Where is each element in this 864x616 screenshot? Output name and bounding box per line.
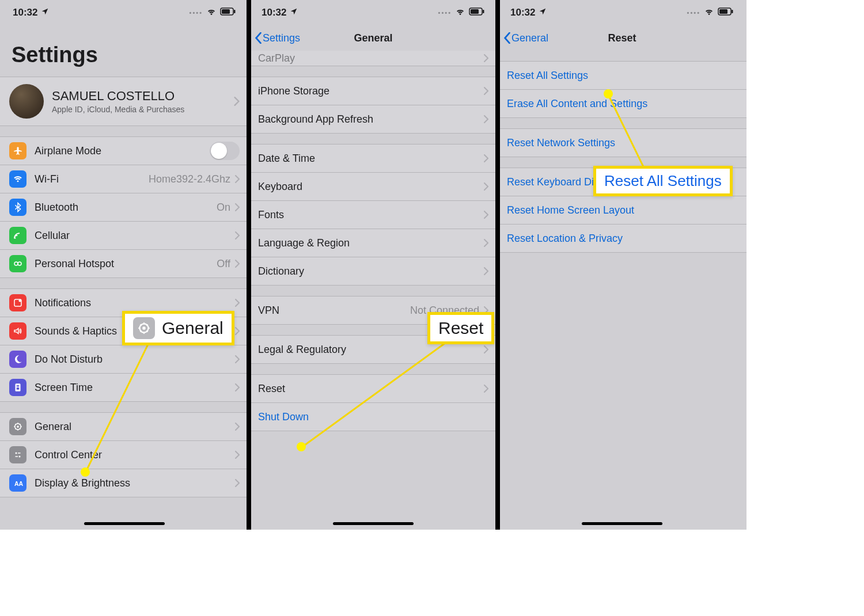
chevron-right-icon [484, 345, 488, 353]
airplane-toggle[interactable] [210, 142, 240, 160]
row-label: Control Center [35, 449, 235, 461]
row-label: Display & Brightness [35, 477, 235, 489]
row-screentime[interactable]: Screen Time [0, 373, 249, 401]
nav-bar: General Reset [498, 25, 746, 51]
profile-subtitle: Apple ID, iCloud, Media & Purchases [52, 105, 184, 114]
row-reset-location[interactable]: Reset Location & Privacy [498, 224, 746, 252]
chevron-right-icon [235, 327, 240, 335]
display-icon: AA [9, 474, 26, 492]
row-dnd[interactable]: Do Not Disturb [0, 345, 249, 373]
apple-id-row[interactable]: SAMUEL COSTELLO Apple ID, iCloud, Media … [0, 77, 249, 126]
notifications-icon [9, 294, 26, 311]
page-title: Settings [0, 25, 249, 77]
row-display[interactable]: AA Display & Brightness [0, 469, 249, 497]
home-indicator[interactable] [333, 522, 414, 525]
row-label: Reset All Settings [507, 70, 737, 82]
row-reset[interactable]: Reset [249, 375, 498, 402]
location-icon [41, 7, 49, 18]
row-value: Home392-2.4Ghz [149, 173, 230, 185]
row-language[interactable]: Language & Region [249, 229, 498, 257]
chevron-right-icon [234, 97, 240, 106]
chevron-right-icon [235, 231, 240, 239]
row-value: Off [217, 258, 230, 270]
row-erase-all[interactable]: Erase All Content and Settings [498, 89, 746, 117]
back-button[interactable]: General [503, 32, 548, 44]
row-airplane-mode[interactable]: Airplane Mode [0, 137, 249, 165]
svg-text:AA: AA [14, 480, 23, 487]
row-control-center[interactable]: Control Center [0, 440, 249, 469]
row-wifi[interactable]: Wi-Fi Home392-2.4Ghz [0, 165, 249, 193]
row-keyboard[interactable]: Keyboard [249, 172, 498, 200]
chevron-right-icon [484, 239, 488, 247]
svg-point-6 [19, 299, 22, 302]
row-value: On [217, 201, 230, 214]
status-time: 10:32 [262, 7, 286, 18]
chevron-left-icon [255, 32, 262, 44]
chevron-left-icon [503, 32, 510, 44]
row-label: Cellular [35, 230, 235, 242]
chevron-right-icon [484, 211, 488, 219]
chevron-right-icon [484, 54, 488, 62]
back-button[interactable]: Settings [255, 32, 300, 44]
row-label: Dictionary [258, 265, 484, 277]
callout-general: General [122, 311, 234, 345]
row-label: Reset [258, 383, 484, 395]
row-label: Personal Hotspot [35, 258, 217, 270]
wifi-status-icon [455, 7, 465, 18]
svg-point-13 [19, 456, 21, 458]
status-time: 10:32 [510, 7, 535, 18]
row-dictionary[interactable]: Dictionary [249, 257, 498, 285]
svg-rect-9 [17, 387, 20, 390]
nav-title: Reset [608, 32, 636, 44]
bluetooth-icon [9, 199, 26, 216]
row-fonts[interactable]: Fonts [249, 200, 498, 229]
general-group-storage: iPhone Storage Background App Refresh [249, 77, 498, 134]
svg-rect-2 [234, 10, 236, 13]
row-bluetooth[interactable]: Bluetooth On [0, 193, 249, 221]
general-icon [9, 418, 26, 435]
row-hotspot[interactable]: Personal Hotspot Off [0, 249, 249, 277]
row-label: Fonts [258, 209, 484, 221]
svg-point-22 [142, 326, 145, 329]
svg-point-12 [16, 453, 17, 454]
row-shutdown[interactable]: Shut Down [249, 402, 498, 431]
status-bar: 10:32 •••• [0, 0, 249, 25]
row-general[interactable]: General [0, 413, 249, 440]
hotspot-icon [9, 255, 26, 272]
settings-group-system: General Control Center AA Display & Brig… [0, 412, 249, 497]
svg-rect-17 [483, 10, 484, 13]
chevron-right-icon [484, 115, 488, 123]
wifi-icon [9, 170, 26, 188]
home-indicator[interactable] [582, 522, 662, 525]
row-label: Erase All Content and Settings [507, 98, 737, 110]
chevron-right-icon [484, 385, 488, 393]
svg-rect-19 [719, 9, 727, 14]
callout-label: Reset All Settings [604, 172, 722, 190]
row-label: Reset Network Settings [507, 137, 737, 149]
signal-dots: •••• [190, 9, 203, 16]
dnd-icon [9, 351, 26, 368]
callout-reset-all: Reset All Settings [593, 166, 733, 196]
screen-general: 10:32 •••• Settings General CarPlay iPho… [249, 0, 498, 530]
row-reset-all-settings[interactable]: Reset All Settings [498, 62, 746, 89]
screen-reset: 10:32 •••• General Reset Reset All Setti… [498, 0, 746, 530]
home-indicator[interactable] [84, 522, 165, 525]
svg-rect-8 [17, 385, 20, 386]
row-iphone-storage[interactable]: iPhone Storage [249, 77, 498, 105]
chevron-right-icon [235, 451, 240, 459]
row-cellular[interactable]: Cellular [0, 221, 249, 249]
screentime-icon [9, 379, 26, 396]
nav-title: General [354, 32, 392, 44]
svg-rect-16 [471, 9, 479, 14]
pointer-dot [297, 442, 306, 451]
row-datetime[interactable]: Date & Time [249, 145, 498, 172]
row-reset-home[interactable]: Reset Home Screen Layout [498, 196, 746, 224]
chevron-right-icon [484, 182, 488, 191]
row-label: Language & Region [258, 237, 484, 249]
pointer-dot [604, 89, 613, 98]
callout-reset: Reset [427, 312, 494, 344]
row-bg-refresh[interactable]: Background App Refresh [249, 105, 498, 133]
row-carplay[interactable]: CarPlay [249, 51, 498, 66]
chevron-right-icon [235, 299, 240, 307]
row-reset-network[interactable]: Reset Network Settings [498, 129, 746, 157]
